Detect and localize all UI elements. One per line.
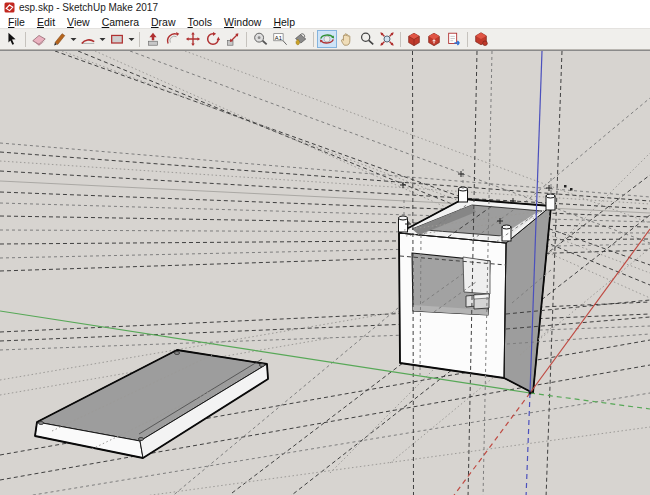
menu-tools[interactable]: Tools: [182, 16, 219, 28]
pencil-icon: [51, 31, 67, 47]
tool-rotate[interactable]: [203, 30, 223, 48]
tool-push-pull[interactable]: [143, 30, 163, 48]
pan-hand-icon: [339, 31, 355, 47]
tool-paint-bucket[interactable]: [290, 30, 310, 48]
tool-arcs[interactable]: [78, 30, 98, 48]
arc-icon: [80, 31, 96, 47]
paint-bucket-icon: [292, 31, 308, 47]
tool-pan[interactable]: [337, 30, 357, 48]
rectangle-icon: [109, 31, 125, 47]
menu-window[interactable]: Window: [218, 16, 267, 28]
tool-offset[interactable]: [163, 30, 183, 48]
red-cube-share-icon: [426, 31, 442, 47]
toolbar-separator: [25, 32, 26, 47]
interior-small-block: [466, 294, 489, 309]
menu-draw[interactable]: Draw: [145, 16, 182, 28]
getting-started-toolbar: A1: [0, 28, 650, 50]
tool-zoom-extents[interactable]: [377, 30, 397, 48]
tool-arcs-dropdown[interactable]: [98, 30, 107, 48]
push-pull-icon: [145, 31, 161, 47]
chevron-down-icon: [70, 37, 77, 42]
tool-send-to-layout[interactable]: [444, 30, 464, 48]
menu-view[interactable]: View: [61, 16, 96, 28]
menu-camera[interactable]: Camera: [96, 16, 145, 28]
tool-line-dropdown[interactable]: [69, 30, 78, 48]
toolbar-separator: [400, 32, 401, 47]
menu-bar: File Edit View Camera Draw Tools Window …: [0, 15, 650, 28]
tool-scale[interactable]: [223, 30, 243, 48]
menu-edit[interactable]: Edit: [31, 16, 61, 28]
tool-tape-measure[interactable]: [250, 30, 270, 48]
text-a1-icon: A1: [272, 31, 288, 47]
tool-select[interactable]: [2, 30, 22, 48]
axes-origin-point: [529, 392, 532, 395]
red-cube-gear-icon: [473, 31, 489, 47]
tool-line[interactable]: [49, 30, 69, 48]
tool-text[interactable]: A1: [270, 30, 290, 48]
toolbar-separator: [313, 32, 314, 47]
move-cross-icon: [185, 31, 201, 47]
orbit-icon: [319, 31, 335, 47]
sketchup-logo-icon: [4, 2, 15, 13]
tool-orbit[interactable]: [317, 30, 337, 48]
menu-file[interactable]: File: [2, 16, 31, 28]
menu-help[interactable]: Help: [267, 16, 301, 28]
tool-share-model[interactable]: [424, 30, 444, 48]
tape-measure-icon: [252, 31, 268, 47]
tool-eraser[interactable]: [29, 30, 49, 48]
tool-shapes-dropdown[interactable]: [127, 30, 136, 48]
tool-3d-warehouse[interactable]: [404, 30, 424, 48]
toolbar-separator: [139, 32, 140, 47]
tool-extension-warehouse[interactable]: [471, 30, 491, 48]
viewport-container: [0, 50, 650, 495]
layout-page-icon: [446, 31, 462, 47]
tool-shapes[interactable]: [107, 30, 127, 48]
red-cube-icon: [406, 31, 422, 47]
window-title: esp.skp - SketchUp Make 2017: [19, 2, 158, 13]
tool-zoom[interactable]: [357, 30, 377, 48]
eraser-icon: [31, 31, 47, 47]
scale-icon: [225, 31, 241, 47]
svg-text:A1: A1: [275, 35, 282, 41]
offset-icon: [165, 31, 181, 47]
toolbar-separator: [246, 32, 247, 47]
tool-move[interactable]: [183, 30, 203, 48]
title-bar: esp.skp - SketchUp Make 2017: [0, 0, 650, 15]
zoom-extents-icon: [379, 31, 395, 47]
chevron-down-icon: [128, 37, 135, 42]
chevron-down-icon: [99, 37, 106, 42]
viewport-3d-canvas[interactable]: [0, 51, 650, 495]
rotate-arrows-icon: [205, 31, 221, 47]
magnifier-icon: [359, 31, 375, 47]
cursor-arrow-icon: [4, 31, 20, 47]
toolbar-separator: [467, 32, 468, 47]
